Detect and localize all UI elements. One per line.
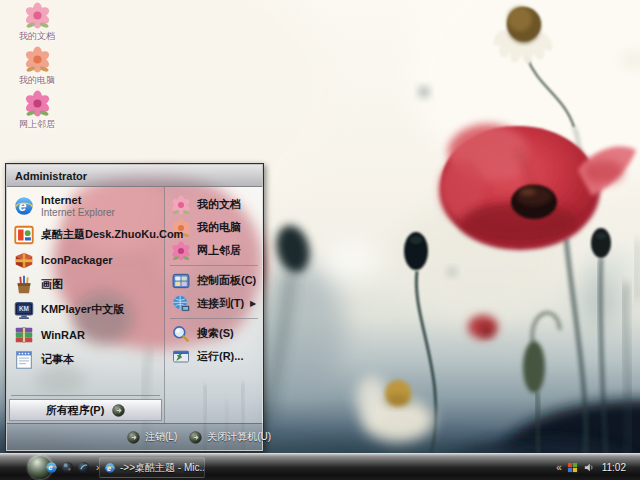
user-name: Administrator	[15, 170, 87, 182]
log-off-button[interactable]: 注销(L)	[127, 430, 177, 444]
shutdown-icon	[189, 431, 202, 444]
show-desktop-quicklaunch-icon[interactable]	[61, 461, 74, 474]
winrar-books-icon	[13, 324, 35, 346]
all-programs-label: 所有程序(P)	[46, 403, 105, 418]
connect-to-icon	[171, 294, 191, 314]
zhuoku-theme-icon	[13, 224, 35, 246]
control-panel-icon	[171, 271, 191, 291]
start-menu-footer: 注销(L) 关闭计算机(U)	[7, 423, 262, 450]
pink-flower-icon	[171, 195, 191, 215]
internet-explorer-quicklaunch-icon[interactable]	[45, 461, 58, 474]
menu-item-label: 我的文档	[197, 197, 241, 212]
run-icon	[171, 347, 191, 367]
volume-tray-icon[interactable]	[583, 462, 594, 473]
menu-item-label: 运行(R)...	[197, 349, 243, 364]
menu-item-label: 桌酷主题Desk.ZhuoKu.Com	[41, 227, 183, 242]
start-menu-item-network-places[interactable]: 网上邻居	[165, 239, 263, 262]
start-menu-places-column: 我的文档 我的电脑 网上邻居 控制面板(C)	[164, 187, 263, 423]
menu-item-label: KMPlayer中文版	[41, 302, 124, 317]
menu-item-label: 网上邻居	[197, 243, 241, 258]
log-off-label: 注销(L)	[145, 430, 177, 444]
start-menu: Administrator Internet Internet Explorer…	[5, 163, 264, 452]
menu-divider	[170, 318, 258, 319]
taskbar-window-title: ->>桌酷主题 - Mic...	[120, 461, 205, 475]
menu-item-label: WinRAR	[41, 329, 85, 341]
start-menu-item-connect-to[interactable]: 连接到(T) ▶	[165, 292, 263, 315]
menu-item-label: 连接到(T)	[197, 296, 244, 311]
menu-item-sublabel: Internet Explorer	[41, 207, 115, 219]
all-programs-divider	[11, 395, 160, 396]
start-menu-user-banner: Administrator	[7, 165, 262, 187]
desktop-icon-network-places[interactable]: 网上邻居	[2, 90, 72, 131]
start-menu-item-run[interactable]: 运行(R)...	[165, 345, 263, 368]
start-menu-item-paint[interactable]: 画图	[7, 272, 164, 297]
internet-explorer-icon	[104, 462, 116, 474]
paint-brushes-icon	[13, 274, 35, 296]
rose-flower-icon	[24, 46, 51, 73]
start-menu-item-zhuoku-theme[interactable]: 桌酷主题Desk.ZhuoKu.Com	[7, 222, 164, 247]
submenu-arrow-icon: ▶	[250, 299, 256, 308]
menu-item-label: 画图	[41, 277, 63, 292]
quick-launch-bar: ›	[45, 454, 99, 480]
start-menu-item-winrar[interactable]: WinRAR	[7, 322, 164, 347]
internet-explorer-icon	[13, 195, 35, 217]
shutdown-button[interactable]: 关闭计算机(U)	[189, 430, 271, 444]
start-menu-item-iconpackager[interactable]: IconPackager	[7, 247, 164, 272]
windows-update-tray-icon[interactable]	[567, 462, 578, 473]
shutdown-label: 关闭计算机(U)	[207, 430, 271, 444]
start-menu-item-kmplayer[interactable]: KMPlayer中文版	[7, 297, 164, 322]
menu-item-label: IconPackager	[41, 254, 113, 266]
menu-item-label: 控制面板(C)	[197, 273, 256, 288]
menu-item-label: 我的电脑	[197, 220, 241, 235]
kmplayer-monitor-icon	[13, 299, 35, 321]
start-menu-item-search[interactable]: 搜索(S)	[165, 322, 263, 345]
menu-divider	[170, 265, 258, 266]
desktop-icon-label: 网上邻居	[19, 118, 55, 131]
iconpackager-box-icon	[13, 249, 35, 271]
taskbar-clock: 11:02	[602, 462, 626, 473]
desktop-icon-label: 我的文档	[19, 30, 55, 43]
blossom-flower-icon	[171, 241, 191, 261]
system-tray: « 11:02	[556, 454, 626, 480]
desktop-icon-column: 我的文档 我的电脑 网上邻居	[2, 2, 74, 134]
blossom-flower-icon	[24, 90, 51, 117]
menu-item-label: 搜索(S)	[197, 326, 234, 341]
taskbar-window-button[interactable]: ->>桌酷主题 - Mic...	[99, 457, 205, 478]
menu-item-label: Internet	[41, 194, 115, 207]
all-programs-button[interactable]: 所有程序(P)	[9, 399, 162, 421]
start-menu-programs-column: Internet Internet Explorer 桌酷主题Desk.Zhuo…	[7, 187, 164, 423]
start-menu-item-notepad[interactable]: 记事本	[7, 347, 164, 372]
menu-item-label: 记事本	[41, 352, 74, 367]
start-menu-item-my-documents[interactable]: 我的文档	[165, 193, 263, 216]
taskbar: › ->>桌酷主题 - Mic... « 11:02	[0, 453, 640, 480]
search-icon	[171, 324, 191, 344]
notepad-icon	[13, 349, 35, 371]
pink-flower-icon	[24, 2, 51, 29]
desktop-icon-my-documents[interactable]: 我的文档	[2, 2, 72, 43]
all-programs-arrow-icon	[112, 404, 125, 417]
log-off-icon	[127, 431, 140, 444]
tray-collapse-chevron[interactable]: «	[556, 462, 562, 473]
desktop-icon-label: 我的电脑	[19, 74, 55, 87]
media-player-quicklaunch-icon[interactable]	[77, 461, 90, 474]
start-menu-item-internet[interactable]: Internet Internet Explorer	[7, 190, 164, 222]
desktop-icon-my-computer[interactable]: 我的电脑	[2, 46, 72, 87]
desktop: 我的文档 我的电脑 网上邻居 Administrator Internet	[0, 0, 640, 480]
start-menu-item-control-panel[interactable]: 控制面板(C)	[165, 269, 263, 292]
